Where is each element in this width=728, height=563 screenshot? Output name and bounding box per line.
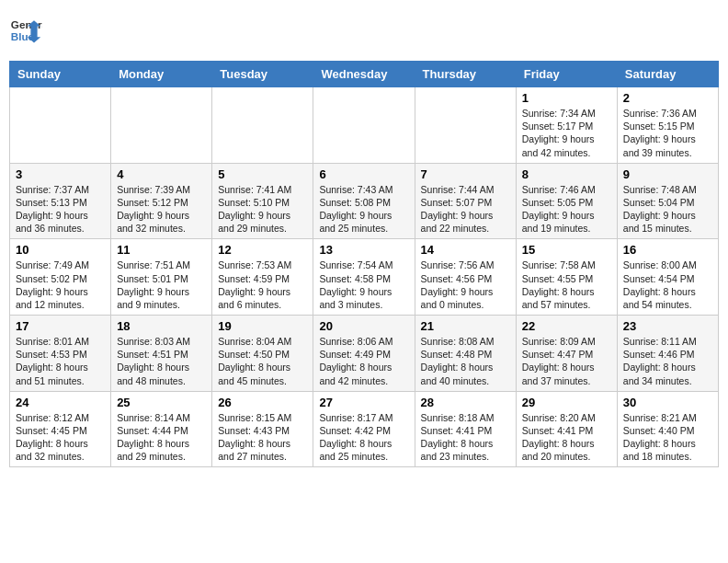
day-number: 28: [421, 396, 510, 409]
day-info: Sunrise: 8:18 AM Sunset: 4:41 PM Dayligh…: [421, 411, 510, 464]
day-cell-27: 27Sunrise: 8:17 AM Sunset: 4:42 PM Dayli…: [313, 391, 415, 467]
day-info: Sunrise: 7:58 AM Sunset: 4:55 PM Dayligh…: [522, 259, 611, 311]
day-number: 16: [623, 243, 712, 257]
day-number: 7: [421, 167, 510, 181]
day-info: Sunrise: 8:11 AM Sunset: 4:46 PM Dayligh…: [623, 335, 712, 387]
empty-cell: [212, 87, 313, 164]
day-number: 23: [623, 319, 712, 333]
day-number: 8: [522, 167, 611, 181]
day-number: 29: [522, 396, 611, 409]
day-number: 4: [117, 167, 206, 181]
day-cell-11: 11Sunrise: 7:51 AM Sunset: 5:01 PM Dayli…: [111, 239, 212, 316]
week-row-1: 1Sunrise: 7:34 AM Sunset: 5:17 PM Daylig…: [10, 87, 719, 164]
logo: General Blue: [9, 14, 42, 47]
header: General Blue: [9, 9, 719, 52]
week-row-4: 17Sunrise: 8:01 AM Sunset: 4:53 PM Dayli…: [10, 316, 719, 392]
day-number: 19: [218, 319, 307, 333]
day-info: Sunrise: 7:41 AM Sunset: 5:10 PM Dayligh…: [218, 183, 307, 236]
week-row-2: 3Sunrise: 7:37 AM Sunset: 5:13 PM Daylig…: [10, 163, 719, 239]
day-number: 2: [623, 91, 712, 105]
col-header-friday: Friday: [516, 62, 617, 87]
day-info: Sunrise: 7:46 AM Sunset: 5:05 PM Dayligh…: [522, 183, 611, 236]
day-info: Sunrise: 7:54 AM Sunset: 4:58 PM Dayligh…: [319, 259, 408, 311]
day-cell-21: 21Sunrise: 8:08 AM Sunset: 4:48 PM Dayli…: [415, 316, 516, 392]
col-header-tuesday: Tuesday: [212, 62, 313, 87]
day-cell-24: 24Sunrise: 8:12 AM Sunset: 4:45 PM Dayli…: [10, 391, 111, 467]
day-cell-10: 10Sunrise: 7:49 AM Sunset: 5:02 PM Dayli…: [10, 239, 111, 316]
day-number: 20: [319, 319, 408, 333]
day-number: 6: [319, 167, 408, 181]
day-cell-3: 3Sunrise: 7:37 AM Sunset: 5:13 PM Daylig…: [10, 163, 111, 239]
day-cell-9: 9Sunrise: 7:48 AM Sunset: 5:04 PM Daylig…: [617, 163, 718, 239]
day-info: Sunrise: 8:17 AM Sunset: 4:42 PM Dayligh…: [319, 411, 408, 464]
empty-cell: [111, 87, 212, 164]
day-info: Sunrise: 7:39 AM Sunset: 5:12 PM Dayligh…: [117, 183, 206, 236]
day-number: 13: [319, 243, 408, 257]
day-info: Sunrise: 8:08 AM Sunset: 4:48 PM Dayligh…: [421, 335, 510, 387]
empty-cell: [10, 87, 111, 164]
day-number: 1: [522, 91, 611, 105]
day-cell-22: 22Sunrise: 8:09 AM Sunset: 4:47 PM Dayli…: [516, 316, 617, 392]
day-info: Sunrise: 8:04 AM Sunset: 4:50 PM Dayligh…: [218, 335, 307, 387]
day-number: 3: [16, 167, 105, 181]
day-cell-2: 2Sunrise: 7:36 AM Sunset: 5:15 PM Daylig…: [617, 87, 718, 164]
day-cell-5: 5Sunrise: 7:41 AM Sunset: 5:10 PM Daylig…: [212, 163, 313, 239]
day-cell-15: 15Sunrise: 7:58 AM Sunset: 4:55 PM Dayli…: [516, 239, 617, 316]
day-info: Sunrise: 8:14 AM Sunset: 4:44 PM Dayligh…: [117, 411, 206, 464]
week-row-3: 10Sunrise: 7:49 AM Sunset: 5:02 PM Dayli…: [10, 239, 719, 316]
day-cell-23: 23Sunrise: 8:11 AM Sunset: 4:46 PM Dayli…: [617, 316, 718, 392]
day-info: Sunrise: 7:36 AM Sunset: 5:15 PM Dayligh…: [623, 107, 712, 159]
day-cell-20: 20Sunrise: 8:06 AM Sunset: 4:49 PM Dayli…: [313, 316, 415, 392]
day-number: 15: [522, 243, 611, 257]
day-number: 22: [522, 319, 611, 333]
logo-icon: General Blue: [9, 14, 42, 47]
day-info: Sunrise: 7:53 AM Sunset: 4:59 PM Dayligh…: [218, 259, 307, 311]
day-cell-19: 19Sunrise: 8:04 AM Sunset: 4:50 PM Dayli…: [212, 316, 313, 392]
day-number: 30: [623, 396, 712, 409]
day-number: 14: [421, 243, 510, 257]
day-number: 26: [218, 396, 307, 409]
empty-cell: [313, 87, 415, 164]
day-info: Sunrise: 7:51 AM Sunset: 5:01 PM Dayligh…: [117, 259, 206, 311]
day-info: Sunrise: 8:01 AM Sunset: 4:53 PM Dayligh…: [16, 335, 105, 387]
week-row-5: 24Sunrise: 8:12 AM Sunset: 4:45 PM Dayli…: [10, 391, 719, 467]
day-number: 12: [218, 243, 307, 257]
day-info: Sunrise: 7:56 AM Sunset: 4:56 PM Dayligh…: [421, 259, 510, 311]
day-cell-25: 25Sunrise: 8:14 AM Sunset: 4:44 PM Dayli…: [111, 391, 212, 467]
day-cell-29: 29Sunrise: 8:20 AM Sunset: 4:41 PM Dayli…: [516, 391, 617, 467]
day-info: Sunrise: 8:12 AM Sunset: 4:45 PM Dayligh…: [16, 411, 105, 464]
day-number: 9: [623, 167, 712, 181]
day-cell-4: 4Sunrise: 7:39 AM Sunset: 5:12 PM Daylig…: [111, 163, 212, 239]
day-info: Sunrise: 8:06 AM Sunset: 4:49 PM Dayligh…: [319, 335, 408, 387]
day-cell-18: 18Sunrise: 8:03 AM Sunset: 4:51 PM Dayli…: [111, 316, 212, 392]
calendar-table: SundayMondayTuesdayWednesdayThursdayFrid…: [9, 61, 719, 467]
day-number: 25: [117, 396, 206, 409]
day-cell-30: 30Sunrise: 8:21 AM Sunset: 4:40 PM Dayli…: [617, 391, 718, 467]
col-header-saturday: Saturday: [617, 62, 718, 87]
day-info: Sunrise: 7:37 AM Sunset: 5:13 PM Dayligh…: [16, 183, 105, 236]
col-header-thursday: Thursday: [415, 62, 516, 87]
day-info: Sunrise: 8:20 AM Sunset: 4:41 PM Dayligh…: [522, 411, 611, 464]
day-cell-26: 26Sunrise: 8:15 AM Sunset: 4:43 PM Dayli…: [212, 391, 313, 467]
day-info: Sunrise: 8:09 AM Sunset: 4:47 PM Dayligh…: [522, 335, 611, 387]
day-cell-6: 6Sunrise: 7:43 AM Sunset: 5:08 PM Daylig…: [313, 163, 415, 239]
col-header-sunday: Sunday: [10, 62, 111, 87]
day-number: 24: [16, 396, 105, 409]
day-info: Sunrise: 7:48 AM Sunset: 5:04 PM Dayligh…: [623, 183, 712, 236]
day-cell-16: 16Sunrise: 8:00 AM Sunset: 4:54 PM Dayli…: [617, 239, 718, 316]
day-info: Sunrise: 8:21 AM Sunset: 4:40 PM Dayligh…: [623, 411, 712, 464]
day-cell-12: 12Sunrise: 7:53 AM Sunset: 4:59 PM Dayli…: [212, 239, 313, 316]
day-number: 18: [117, 319, 206, 333]
day-number: 27: [319, 396, 408, 409]
day-number: 21: [421, 319, 510, 333]
day-number: 10: [16, 243, 105, 257]
day-info: Sunrise: 8:03 AM Sunset: 4:51 PM Dayligh…: [117, 335, 206, 387]
day-cell-17: 17Sunrise: 8:01 AM Sunset: 4:53 PM Dayli…: [10, 316, 111, 392]
day-info: Sunrise: 7:43 AM Sunset: 5:08 PM Dayligh…: [319, 183, 408, 236]
day-info: Sunrise: 8:00 AM Sunset: 4:54 PM Dayligh…: [623, 259, 712, 311]
day-info: Sunrise: 8:15 AM Sunset: 4:43 PM Dayligh…: [218, 411, 307, 464]
col-header-wednesday: Wednesday: [313, 62, 415, 87]
day-cell-13: 13Sunrise: 7:54 AM Sunset: 4:58 PM Dayli…: [313, 239, 415, 316]
day-cell-28: 28Sunrise: 8:18 AM Sunset: 4:41 PM Dayli…: [415, 391, 516, 467]
day-cell-1: 1Sunrise: 7:34 AM Sunset: 5:17 PM Daylig…: [516, 87, 617, 164]
